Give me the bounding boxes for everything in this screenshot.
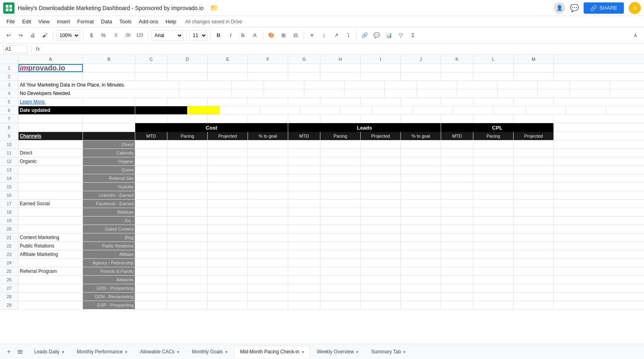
cell-i25[interactable]: [361, 267, 401, 275]
cell-e29[interactable]: [208, 301, 248, 309]
cell-a19[interactable]: [19, 217, 83, 225]
cell-j19[interactable]: [401, 217, 441, 225]
cell-g23[interactable]: [288, 250, 320, 258]
cell-g26[interactable]: [288, 276, 320, 284]
cell-j11[interactable]: [401, 149, 441, 157]
cell-b25-friends[interactable]: Friends & Family: [83, 267, 135, 275]
cell-c6-date-value[interactable]: [188, 106, 220, 114]
cell-g1[interactable]: [288, 64, 320, 72]
zoom-select[interactable]: 100%: [56, 30, 80, 41]
cell-g11[interactable]: [288, 149, 320, 157]
cell-a25-referral[interactable]: Referral Program: [19, 267, 83, 275]
menu-file[interactable]: File: [3, 17, 18, 26]
cell-e5[interactable]: [208, 98, 248, 106]
cell-f4[interactable]: [345, 89, 385, 97]
align-button[interactable]: ≡: [307, 30, 317, 41]
cell-g4[interactable]: [385, 89, 417, 97]
cell-m17[interactable]: [514, 200, 554, 208]
cell-b6[interactable]: [135, 106, 188, 114]
cell-b29-gsp[interactable]: GSP - Prospecting: [83, 301, 135, 309]
cell-m23[interactable]: [514, 250, 554, 258]
cell-d27[interactable]: [167, 284, 208, 292]
cell-h4[interactable]: [417, 89, 457, 97]
cell-f20[interactable]: [248, 225, 288, 233]
cell-g29[interactable]: [288, 301, 320, 309]
cell-h3[interactable]: [417, 81, 457, 89]
tab-monthly-performance[interactable]: Monthly Performance ▾: [71, 346, 133, 358]
cell-k2[interactable]: [441, 72, 473, 80]
cell-j4[interactable]: [497, 89, 538, 97]
cell-i2[interactable]: [361, 72, 401, 80]
cell-i11[interactable]: [361, 149, 401, 157]
cell-f17[interactable]: [248, 200, 288, 208]
cell-l22[interactable]: [473, 242, 514, 250]
cell-e6[interactable]: [260, 106, 300, 114]
cell-b4[interactable]: [180, 89, 232, 97]
cell-j10[interactable]: [401, 140, 441, 149]
cell-c1[interactable]: [135, 64, 167, 72]
cell-g2[interactable]: [288, 72, 320, 80]
cell-g17[interactable]: [288, 200, 320, 208]
function-button[interactable]: Σ: [408, 30, 418, 41]
cell-k7[interactable]: [441, 115, 473, 123]
cell-c23[interactable]: [135, 250, 167, 258]
cell-d29[interactable]: [167, 301, 208, 309]
cell-l6[interactable]: [526, 106, 566, 114]
cell-l29[interactable]: [473, 301, 514, 309]
cell-i23[interactable]: [361, 250, 401, 258]
cell-l13[interactable]: [473, 166, 514, 174]
cell-k26[interactable]: [441, 276, 473, 284]
menu-format[interactable]: Format: [74, 17, 97, 26]
cell-c13[interactable]: [135, 166, 167, 174]
cell-f14[interactable]: [248, 174, 288, 182]
cell-d10[interactable]: [167, 140, 208, 149]
cell-f27[interactable]: [248, 284, 288, 292]
cell-d28[interactable]: [167, 293, 208, 301]
col-header-j[interactable]: J: [401, 55, 441, 64]
cell-b7[interactable]: [83, 115, 135, 123]
cell-k17[interactable]: [441, 200, 473, 208]
cell-e4[interactable]: [304, 89, 345, 97]
cell-g16[interactable]: [288, 191, 320, 199]
cell-c21[interactable]: [135, 233, 167, 241]
cell-e3[interactable]: [304, 81, 345, 89]
cell-e23[interactable]: [208, 250, 248, 258]
cell-k4[interactable]: [538, 89, 570, 97]
cell-h2[interactable]: [320, 72, 361, 80]
cell-m12[interactable]: [514, 157, 554, 165]
cell-i17[interactable]: [361, 200, 401, 208]
bold-button[interactable]: B: [213, 30, 224, 41]
cell-l4[interactable]: [570, 89, 610, 97]
cell-i5[interactable]: [361, 98, 401, 106]
cell-k15[interactable]: [441, 183, 473, 191]
cell-m18[interactable]: [514, 208, 554, 216]
cell-f22[interactable]: [248, 242, 288, 250]
avatar[interactable]: H: [629, 2, 641, 14]
cell-k10[interactable]: [441, 140, 473, 149]
cell-f29[interactable]: [248, 301, 288, 309]
decrease-decimal-button[interactable]: .0: [110, 30, 121, 41]
cell-h18[interactable]: [320, 208, 361, 216]
cell-m7[interactable]: [514, 115, 554, 123]
cell-e2[interactable]: [208, 72, 248, 80]
strikethrough-button[interactable]: S: [237, 30, 248, 41]
cell-f19[interactable]: [248, 217, 288, 225]
cell-j6[interactable]: [453, 106, 493, 114]
cell-m2[interactable]: [514, 72, 554, 80]
cell-m1[interactable]: [514, 64, 554, 72]
cell-e7[interactable]: [208, 115, 248, 123]
cell-e24[interactable]: [208, 259, 248, 267]
cell-m9-projected[interactable]: Projected: [514, 132, 554, 140]
cell-k6[interactable]: [493, 106, 526, 114]
cell-j16[interactable]: [401, 191, 441, 199]
cell-j29[interactable]: [401, 301, 441, 309]
cell-g12[interactable]: [288, 157, 320, 165]
cell-i27[interactable]: [361, 284, 401, 292]
cell-c17[interactable]: [135, 200, 167, 208]
cell-l9-pacing[interactable]: Pacing: [473, 132, 514, 140]
increase-decimal-button[interactable]: .00: [122, 30, 133, 41]
cell-i29[interactable]: [361, 301, 401, 309]
col-header-e[interactable]: E: [208, 55, 248, 64]
cell-j9-pctgoal[interactable]: % to goal: [401, 132, 441, 140]
cell-a8[interactable]: [19, 123, 83, 132]
